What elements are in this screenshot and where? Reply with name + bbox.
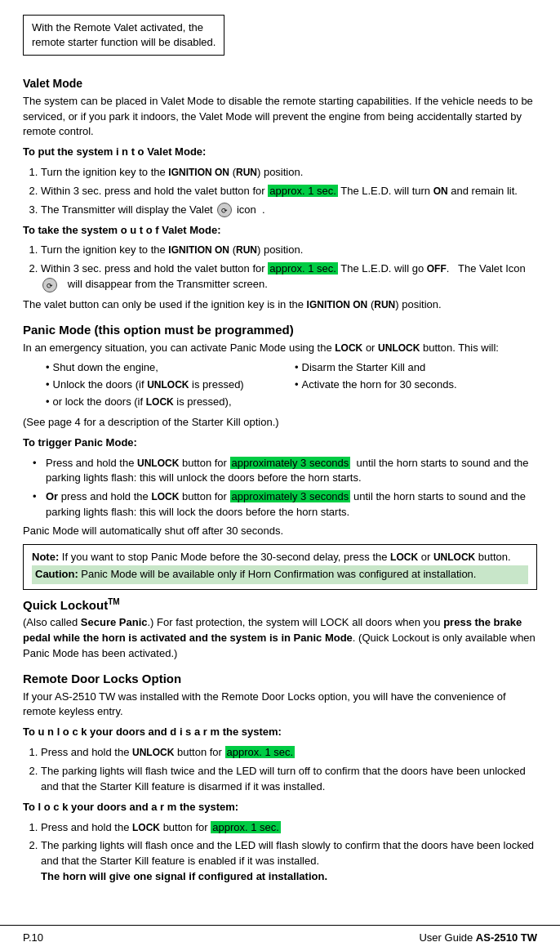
take-step-1: Turn the ignition key to the IGNITION ON… bbox=[41, 243, 537, 258]
unlock-label: To u n l o c k your doors and d i s a r … bbox=[23, 725, 537, 740]
lock-steps: Press and hold the LOCK button for appro… bbox=[41, 820, 537, 885]
trigger-step-2: • Or press and hold the LOCK button for … bbox=[33, 489, 537, 520]
bullet-item: •Disarm the Starter Kill and bbox=[295, 360, 537, 376]
remote-door-locks-section: Remote Door Locks Option If your AS-2510… bbox=[23, 670, 537, 885]
remote-door-locks-intro: If your AS-2510 TW was installed with th… bbox=[23, 690, 537, 721]
lock-step-1: Press and hold the LOCK button for appro… bbox=[41, 820, 537, 836]
valet-note: The valet button can only be used if the… bbox=[23, 297, 537, 313]
quick-lockout-title: Quick LockoutTM bbox=[23, 598, 120, 612]
put-step-2: Within 3 sec. press and hold the valet b… bbox=[41, 184, 537, 199]
valet-mode-section: Valet Mode The system can be placed in V… bbox=[23, 75, 537, 312]
valet-icon2: ⟳ bbox=[42, 278, 57, 292]
bullet-item: •Unlock the doors (if UNLOCK is pressed) bbox=[46, 377, 288, 393]
note-text: Note: If you want to stop Panic Mode bef… bbox=[32, 550, 528, 565]
valet-mode-intro: The system can be placed in Valet Mode t… bbox=[23, 94, 537, 141]
highlight-approx1: approx. 1 sec. bbox=[268, 185, 338, 197]
take-step-2: Within 3 sec. press and hold the valet b… bbox=[41, 261, 537, 292]
trigger-step-1: • Press and hold the UNLOCK button for a… bbox=[33, 456, 537, 487]
put-step-1: Turn the ignition key to the IGNITION ON… bbox=[41, 165, 537, 181]
panic-bullets-col2: •Disarm the Starter Kill and •Activate t… bbox=[295, 360, 537, 412]
panic-auto-off: Panic Mode will automatically shut off a… bbox=[23, 524, 537, 539]
bullet-item: •Shut down the engine, bbox=[46, 360, 288, 376]
bullet-item: •or lock the doors (if LOCK is pressed), bbox=[46, 395, 288, 410]
panic-see-page: (See page 4 for a description of the Sta… bbox=[23, 415, 537, 431]
highlight-3sec-2: approximately 3 seconds bbox=[230, 490, 351, 502]
take-out-steps: Turn the ignition key to the IGNITION ON… bbox=[41, 243, 537, 292]
guide-label: User Guide AS-2510 TW bbox=[419, 931, 537, 946]
page-number: P.10 bbox=[23, 931, 43, 946]
quick-lockout-body: (Also called Secure Panic.) For fast pro… bbox=[23, 615, 537, 662]
lock-label: To l o c k your doors and a r m the syst… bbox=[23, 800, 537, 815]
unlock-step-2: The parking lights will flash twice and … bbox=[41, 764, 537, 795]
lock-step-2: The parking lights will flash once and t… bbox=[41, 838, 537, 885]
put-into-label: To put the system i n t o Valet Mode: bbox=[23, 145, 537, 160]
panic-bullets-col1: •Shut down the engine, •Unlock the doors… bbox=[46, 360, 288, 412]
remote-door-locks-title: Remote Door Locks Option bbox=[23, 670, 537, 688]
put-step-3: The Transmitter will display the Valet ⟳… bbox=[41, 203, 537, 218]
trigger-label: To trigger Panic Mode: bbox=[23, 435, 537, 451]
page-footer: P.10 User Guide AS-2510 TW bbox=[0, 925, 560, 951]
tm-superscript: TM bbox=[108, 597, 119, 606]
put-into-steps: Turn the ignition key to the IGNITION ON… bbox=[41, 165, 537, 218]
panic-mode-intro: In an emergency situation, you can activ… bbox=[23, 341, 537, 356]
bullet-item: •Activate the horn for 30 seconds. bbox=[295, 377, 537, 393]
notice-text2: remote starter function will be disabled… bbox=[32, 36, 216, 48]
notice-text: With the Remote Valet activated, the bbox=[32, 21, 203, 33]
unlock-steps: Press and hold the UNLOCK button for app… bbox=[41, 745, 537, 795]
notice-box: With the Remote Valet activated, the rem… bbox=[23, 15, 224, 56]
valet-mode-title: Valet Mode bbox=[23, 75, 537, 92]
panic-bullets: •Shut down the engine, •Unlock the doors… bbox=[46, 360, 537, 412]
unlock-step-1: Press and hold the UNLOCK button for app… bbox=[41, 745, 537, 761]
caution-text: Caution: Panic Mode will be available on… bbox=[32, 565, 528, 584]
take-out-label: To take the system o u t o f Valet Mode: bbox=[23, 223, 537, 239]
note-box: Note: If you want to stop Panic Mode bef… bbox=[23, 544, 537, 590]
panic-mode-title: Panic Mode (this option must be programm… bbox=[23, 321, 537, 339]
valet-icon: ⟳ bbox=[217, 203, 232, 217]
highlight-unlock-1sec: approx. 1 sec. bbox=[225, 746, 296, 758]
highlight-3sec-1: approximately 3 seconds bbox=[230, 457, 351, 469]
highlight-lock-1sec: approx. 1 sec. bbox=[211, 821, 281, 833]
panic-mode-section: Panic Mode (this option must be programm… bbox=[23, 321, 537, 590]
highlight-approx2: approx. 1 sec. bbox=[268, 262, 338, 275]
quick-lockout-section: Quick LockoutTM (Also called Secure Pani… bbox=[23, 596, 537, 662]
